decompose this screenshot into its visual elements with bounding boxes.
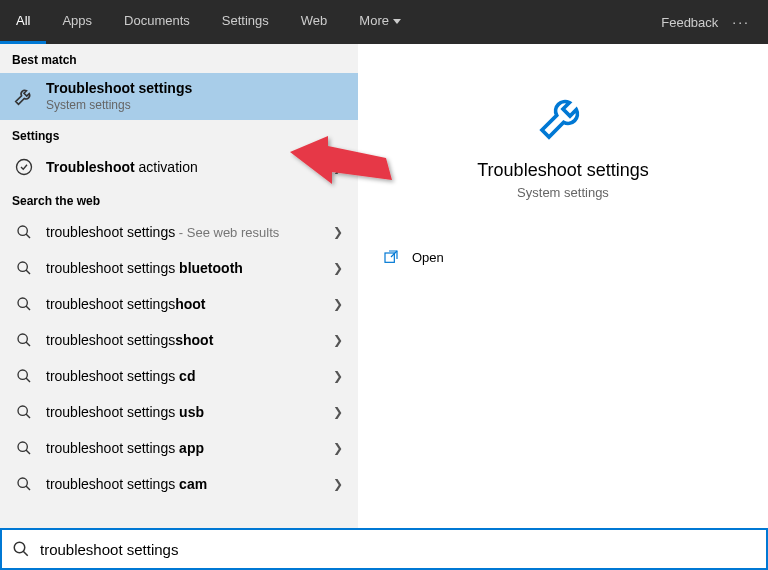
svg-point-9 <box>18 370 27 379</box>
tab-all[interactable]: All <box>0 0 46 44</box>
web-result-pre: troubleshoot settings <box>46 404 179 420</box>
search-icon <box>12 256 36 280</box>
svg-point-5 <box>18 298 27 307</box>
tab-more[interactable]: More <box>343 0 417 44</box>
settings-result-content: Troubleshoot activation <box>46 158 330 176</box>
detail-actions: Open <box>358 240 768 274</box>
web-result-content: troubleshoot settings cam <box>46 475 330 493</box>
chevron-right-icon: ❯ <box>330 261 346 275</box>
web-result-content: troubleshoot settingshoot <box>46 295 330 313</box>
settings-result-rest: activation <box>135 159 198 175</box>
best-match-content: Troubleshoot settings System settings <box>46 79 346 114</box>
tab-more-label: More <box>359 13 389 28</box>
web-result-bold: cd <box>179 368 195 384</box>
settings-header: Settings <box>0 120 358 149</box>
filter-tabs: All Apps Documents Settings Web More <box>0 0 661 44</box>
settings-result[interactable]: Troubleshoot activation ❯ <box>0 149 358 185</box>
web-result-pre: troubleshoot settings <box>46 368 179 384</box>
search-icon <box>12 364 36 388</box>
svg-line-6 <box>26 306 30 310</box>
web-result-content: troubleshoot settingsshoot <box>46 331 330 349</box>
results-panel: Best match Troubleshoot settings System … <box>0 44 358 528</box>
web-result-content: troubleshoot settings cd <box>46 367 330 385</box>
tab-web[interactable]: Web <box>285 0 344 44</box>
chevron-right-icon: ❯ <box>330 369 346 383</box>
web-result-content: troubleshoot settings usb <box>46 403 330 421</box>
chevron-right-icon: ❯ <box>330 441 346 455</box>
svg-point-3 <box>18 262 27 271</box>
header-right: Feedback ··· <box>661 0 768 44</box>
tab-documents[interactable]: Documents <box>108 0 206 44</box>
best-match-title: Troubleshoot settings <box>46 79 346 97</box>
svg-line-20 <box>23 551 28 556</box>
svg-line-12 <box>26 414 30 418</box>
web-result-content: troubleshoot settings bluetooth <box>46 259 330 277</box>
chevron-right-icon: ❯ <box>330 405 346 419</box>
web-result[interactable]: troubleshoot settings cd❯ <box>0 358 358 394</box>
detail-subtitle: System settings <box>382 185 744 200</box>
svg-line-2 <box>26 234 30 238</box>
web-result[interactable]: troubleshoot settingsshoot❯ <box>0 322 358 358</box>
web-result-pre: troubleshoot settings <box>46 296 175 312</box>
web-result-pre: troubleshoot settings <box>46 440 179 456</box>
search-icon <box>12 328 36 352</box>
web-result[interactable]: troubleshoot settings cam❯ <box>0 466 358 502</box>
web-result-bold: app <box>179 440 204 456</box>
best-match-header: Best match <box>0 44 358 73</box>
chevron-down-icon <box>393 19 401 24</box>
detail-title: Troubleshoot settings <box>382 160 744 181</box>
search-input[interactable] <box>40 541 756 558</box>
web-result-pre: troubleshoot settings <box>46 332 175 348</box>
open-icon <box>382 248 400 266</box>
header-bar: All Apps Documents Settings Web More Fee… <box>0 0 768 44</box>
web-result-bold: cam <box>179 476 207 492</box>
web-result[interactable]: troubleshoot settings - See web results❯ <box>0 214 358 250</box>
svg-point-19 <box>14 542 25 553</box>
web-result-pre: troubleshoot settings <box>46 476 179 492</box>
settings-result-pre: Troubleshoot <box>46 159 135 175</box>
best-match-result[interactable]: Troubleshoot settings System settings <box>0 73 358 120</box>
more-options-icon[interactable]: ··· <box>726 14 756 30</box>
web-result-content: troubleshoot settings app <box>46 439 330 457</box>
web-result-pre: troubleshoot settings <box>46 224 175 240</box>
main-content: Best match Troubleshoot settings System … <box>0 44 768 528</box>
web-result-content: troubleshoot settings - See web results <box>46 223 330 241</box>
svg-point-15 <box>18 478 27 487</box>
web-result-bold: bluetooth <box>179 260 243 276</box>
best-match-subtitle: System settings <box>46 98 346 114</box>
feedback-link[interactable]: Feedback <box>661 15 718 30</box>
chevron-right-icon: ❯ <box>330 160 346 174</box>
search-icon <box>12 220 36 244</box>
check-circle-icon <box>12 155 36 179</box>
detail-panel: Troubleshoot settings System settings Op… <box>358 44 768 528</box>
web-result[interactable]: troubleshoot settings usb❯ <box>0 394 358 430</box>
open-action[interactable]: Open <box>382 240 744 274</box>
search-icon <box>12 540 30 558</box>
web-result[interactable]: troubleshoot settings app❯ <box>0 430 358 466</box>
search-icon <box>12 292 36 316</box>
chevron-right-icon: ❯ <box>330 477 346 491</box>
web-result[interactable]: troubleshoot settingshoot❯ <box>0 286 358 322</box>
svg-line-10 <box>26 378 30 382</box>
open-label: Open <box>412 250 444 265</box>
search-bar[interactable] <box>0 528 768 570</box>
web-header: Search the web <box>0 185 358 214</box>
search-icon <box>12 400 36 424</box>
svg-line-8 <box>26 342 30 346</box>
svg-line-16 <box>26 486 30 490</box>
detail-card: Troubleshoot settings System settings <box>382 88 744 200</box>
svg-point-11 <box>18 406 27 415</box>
web-result[interactable]: troubleshoot settings bluetooth❯ <box>0 250 358 286</box>
svg-point-7 <box>18 334 27 343</box>
web-result-suffix: - See web results <box>175 225 279 240</box>
tab-settings[interactable]: Settings <box>206 0 285 44</box>
chevron-right-icon: ❯ <box>330 333 346 347</box>
web-result-pre: troubleshoot settings <box>46 260 179 276</box>
search-icon <box>12 472 36 496</box>
tab-apps[interactable]: Apps <box>46 0 108 44</box>
search-icon <box>12 436 36 460</box>
web-result-bold: shoot <box>175 332 213 348</box>
wrench-icon <box>12 84 36 108</box>
svg-point-0 <box>17 159 32 174</box>
web-result-bold: hoot <box>175 296 205 312</box>
